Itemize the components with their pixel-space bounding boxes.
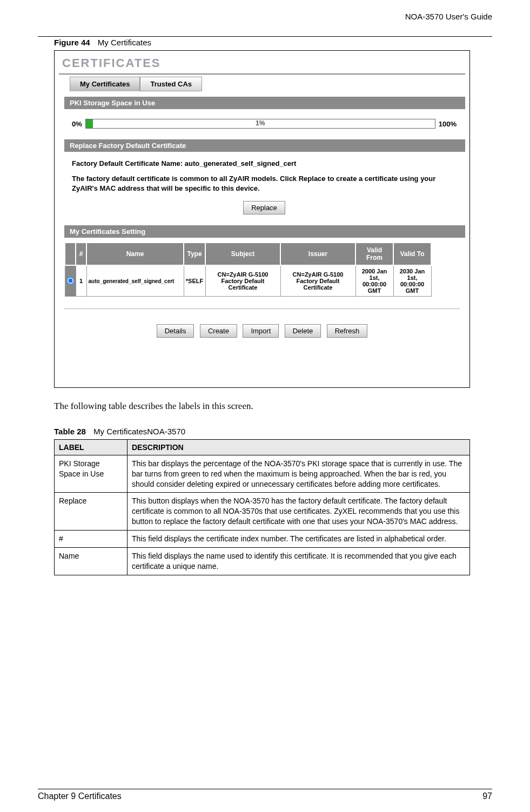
section-settings-header: My Certificates Setting (64, 225, 465, 238)
storage-mid: 1% (256, 119, 265, 127)
col-type: Type (184, 243, 205, 265)
replace-button[interactable]: Replace (243, 201, 285, 214)
desc-label: Name (55, 548, 128, 575)
row-radio-cell (65, 265, 76, 297)
guide-title: NOA-3570 User's Guide (405, 12, 492, 21)
desc-text: This button displays when the NOA-3570 h… (128, 493, 470, 531)
desc-text: This field displays the name used to ide… (128, 548, 470, 575)
footer-chapter: Chapter 9 Certificates (38, 791, 122, 801)
row-valid-to: 2030 Jan 1st, 00:00:00 GMT (393, 265, 431, 297)
table-title: My CertificatesNOA-3570 (93, 427, 185, 436)
table-row: PKI Storage Space in Use This bar displa… (55, 455, 470, 493)
col-stub (65, 243, 76, 265)
row-name: auto_generated_self_signed_cert (86, 265, 184, 297)
replace-desc: The factory default certificate is commo… (72, 174, 457, 193)
certificates-table: # Name Type Subject Issuer Valid From Va… (64, 242, 432, 297)
storage-min: 0% (72, 120, 82, 128)
row-type: *SELF (184, 265, 205, 297)
description-table: LABEL DESCRIPTION PKI Storage Space in U… (54, 439, 470, 575)
page-header: NOA-3570 User's Guide (38, 10, 492, 21)
table-row: Replace This button displays when the NO… (55, 493, 470, 531)
desc-text: This field displays the certificate inde… (128, 531, 470, 548)
details-button[interactable]: Details (157, 324, 194, 338)
figure-caption: Figure 44 My Certificates (54, 38, 476, 47)
table-row: Name This field displays the name used t… (55, 548, 470, 575)
storage-bar: 1% (85, 119, 435, 129)
col-valid-to: Valid To (393, 243, 431, 265)
figure-label: Figure 44 (54, 38, 90, 47)
row-num: 1 (76, 265, 86, 297)
replace-cert-name: Factory Default Certificate Name: auto_g… (72, 159, 457, 167)
tab-my-certificates[interactable]: My Certificates (70, 77, 140, 91)
delete-button[interactable]: Delete (285, 324, 321, 338)
desc-label: # (55, 531, 128, 548)
col-valid-from: Valid From (355, 243, 393, 265)
row-subject: CN=ZyAIR G-5100 Factory Default Certific… (205, 265, 280, 297)
storage-max: 100% (439, 120, 457, 128)
tab-trusted-cas[interactable]: Trusted CAs (140, 77, 202, 91)
row-valid-from: 2000 Jan 1st, 00:00:00 GMT (355, 265, 393, 297)
desc-col-desc: DESCRIPTION (128, 439, 470, 455)
create-button[interactable]: Create (200, 324, 237, 338)
row-radio[interactable] (67, 277, 74, 284)
body-text: The following table describes the labels… (54, 400, 476, 413)
desc-label: Replace (55, 493, 128, 531)
col-name: Name (86, 243, 184, 265)
table-label: Table 28 (54, 427, 86, 436)
row-issuer: CN=ZyAIR G-5100 Factory Default Certific… (280, 265, 355, 297)
import-button[interactable]: Import (243, 324, 279, 338)
desc-label: PKI Storage Space in Use (55, 455, 128, 493)
col-subject: Subject (205, 243, 280, 265)
refresh-button[interactable]: Refresh (327, 324, 368, 338)
page-footer: Chapter 9 Certificates 97 (38, 789, 492, 801)
table-caption: Table 28 My CertificatesNOA-3570 (54, 427, 476, 436)
section-storage-header: PKI Storage Space in Use (64, 97, 465, 109)
footer-page: 97 (482, 791, 492, 801)
col-issuer: Issuer (280, 243, 355, 265)
desc-col-label: LABEL (55, 439, 128, 455)
figure-title: My Certificates (98, 38, 151, 47)
table-row: # This field displays the certificate in… (55, 531, 470, 548)
section-replace-header: Replace Factory Default Certificate (64, 139, 465, 152)
table-row: 1 auto_generated_self_signed_cert *SELF … (65, 265, 431, 297)
storage-fill (86, 119, 93, 128)
desc-text: This bar displays the percentage of the … (128, 455, 470, 493)
screenshot: CERTIFICATES My Certificates Trusted CAs… (54, 50, 470, 388)
col-num: # (76, 243, 86, 265)
panel-title: CERTIFICATES (62, 56, 465, 70)
